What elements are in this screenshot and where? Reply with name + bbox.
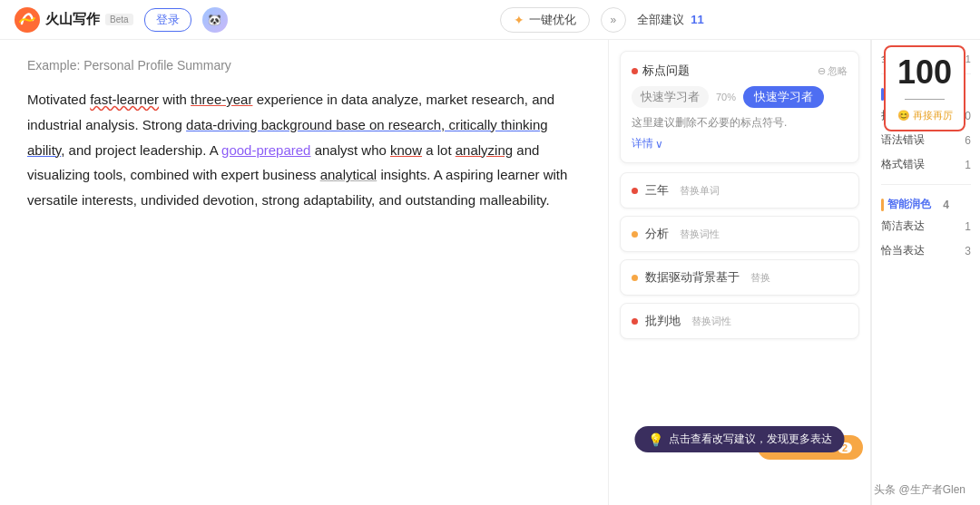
main-layout: Example: Personal Profile Summary Motiva… — [0, 40, 980, 505]
suggestion-card-three-year[interactable]: 三年 替换单词 — [620, 172, 859, 209]
sidebar-item-appropriate[interactable]: 恰当表达 3 — [881, 238, 971, 263]
sidebar-item-grammar[interactable]: 语法错误 6 — [881, 128, 971, 152]
logo-icon — [15, 7, 40, 33]
star-icon: ✦ — [514, 13, 524, 27]
score-sub: ———— — [895, 92, 955, 103]
highlight-analytical: analytical — [320, 167, 377, 182]
optimize-button[interactable]: ✦ 一键优化 — [500, 7, 590, 33]
score-action: 😊 再接再厉 — [895, 109, 955, 122]
highlight-analyzing: analyzing — [456, 142, 513, 158]
lamp-icon: 💡 — [648, 432, 663, 447]
floating-tooltip: 💡 点击查看改写建议，发现更多表达 — [635, 426, 845, 452]
word-options: 快速学习者 70% 快速学习者 — [632, 86, 848, 108]
card-detail-button[interactable]: 详情 ∨ — [632, 136, 848, 151]
small-card-tag: 替换单词 — [680, 184, 720, 198]
score-box: 100 ———— 😊 再接再厉 — [884, 45, 965, 131]
card-type: 标点问题 — [632, 63, 690, 79]
doc-content: Motivated fast-learner with three-year e… — [27, 87, 581, 213]
suggestion-card-critically[interactable]: 批判地 替换词性 — [620, 303, 859, 339]
highlight-fast-learner: fast-learner — [90, 92, 159, 107]
small-card-label-3: 数据驱动背景基于 — [645, 269, 740, 286]
dot-red-icon-2 — [632, 188, 638, 194]
word-score: 70% — [716, 92, 736, 102]
dot-red-icon — [632, 68, 638, 74]
login-button[interactable]: 登录 — [144, 8, 191, 32]
card-header: 标点问题 ⊖ 忽略 — [632, 63, 848, 79]
word-original: 快速学习者 — [632, 86, 709, 108]
small-card-tag-3: 替换 — [750, 271, 770, 285]
small-card-label: 三年 — [645, 182, 669, 199]
logo-area: 火山写作 Beta — [15, 7, 133, 33]
highlight-good-prepared: good-prepared — [221, 142, 310, 158]
small-card-tag-4: 替换词性 — [691, 315, 731, 328]
small-card-label-2: 分析 — [645, 226, 669, 242]
dot-orange-icon — [632, 231, 638, 238]
topbar-center: ✦ 一键优化 » 全部建议 11 — [239, 7, 965, 33]
highlight-know: know — [390, 142, 422, 158]
sidebar-item-format[interactable]: 格式错误 1 — [881, 152, 971, 177]
score-number: 100 — [895, 54, 955, 91]
suggestions-panel: 标点问题 ⊖ 忽略 快速学习者 70% 快速学习者 这里建议删除不必要的标点符号… — [608, 40, 871, 505]
suggestion-count-label: 全部建议 11 — [637, 12, 704, 28]
editor-area: Example: Personal Profile Summary Motiva… — [0, 40, 608, 505]
suggestion-count-badge: 11 — [691, 13, 703, 26]
logo-text: 火山写作 — [45, 11, 100, 28]
ignore-button[interactable]: ⊖ 忽略 — [818, 64, 848, 78]
category-bar-icon-2 — [881, 199, 884, 211]
more-button[interactable]: » — [601, 7, 626, 33]
suggestion-card-data-driven[interactable]: 数据驱动背景基于 替换 — [620, 259, 859, 296]
small-card-tag-2: 替换词性 — [680, 228, 720, 241]
word-suggestion-button[interactable]: 快速学习者 — [743, 86, 824, 108]
doc-title: Example: Personal Profile Summary — [27, 58, 581, 73]
suggestion-card-punctuation: 标点问题 ⊖ 忽略 快速学习者 70% 快速学习者 这里建议删除不必要的标点符号… — [620, 51, 859, 163]
watermark: 头条 @生产者Glen — [874, 482, 965, 498]
dot-red-icon-3 — [632, 318, 638, 325]
topbar: 火山写作 Beta 登录 🐼 ✦ 一键优化 » 全部建议 11 — [0, 0, 980, 40]
card-description: 这里建议删除不必要的标点符号. — [632, 115, 848, 131]
sidebar-item-concise[interactable]: 简洁表达 1 — [881, 214, 971, 238]
avatar: 🐼 — [202, 7, 228, 33]
beta-badge: Beta — [105, 14, 133, 25]
sidebar-divider-2 — [881, 184, 971, 185]
sidebar-category-smart-tone: 智能润色 4 — [881, 192, 971, 214]
suggestion-card-analysis[interactable]: 分析 替换词性 — [620, 216, 859, 252]
highlight-three-year: three-year — [191, 92, 252, 107]
dot-orange-icon-2 — [632, 275, 638, 281]
small-card-label-4: 批判地 — [645, 313, 681, 329]
